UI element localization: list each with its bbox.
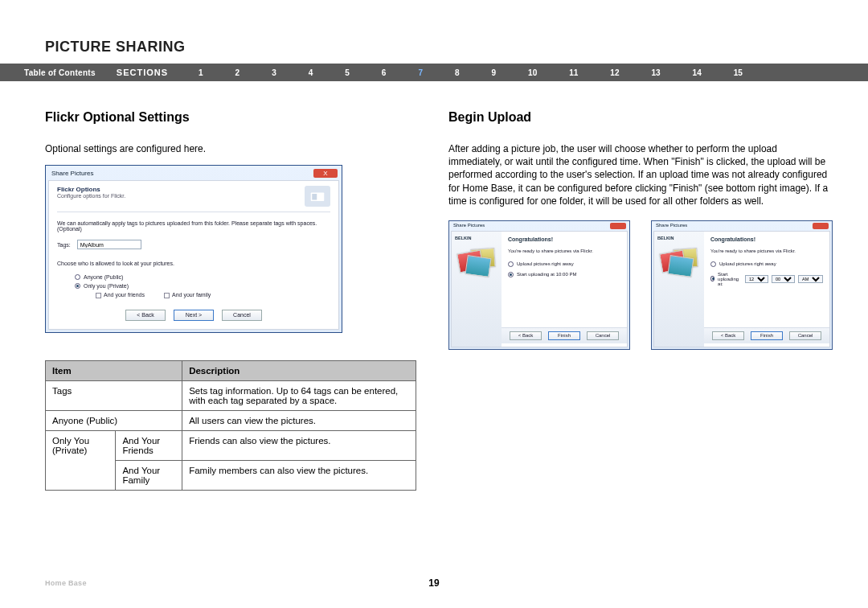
begin-upload-body: After adding a picture job, the user wil…: [448, 142, 833, 207]
toc-link[interactable]: Table of Contents: [24, 68, 96, 77]
radio-upload-now-label: Upload pictures right away: [719, 261, 776, 266]
section-link-13[interactable]: 13: [651, 68, 660, 77]
cell-desc: Friends can also view the pictures.: [182, 430, 416, 460]
radio-upload-time[interactable]: [710, 276, 714, 281]
cell-sub: And Your Friends: [116, 430, 182, 460]
cell-item: Tags: [46, 380, 182, 410]
hour-select[interactable]: 12: [745, 275, 768, 283]
svg-rect-1: [312, 194, 317, 200]
congrats-msg: You're ready to share pictures via Flick…: [710, 249, 823, 253]
radio-anyone-label: Anyone (Public): [84, 274, 123, 280]
section-link-10[interactable]: 10: [528, 68, 537, 77]
cell-desc: Sets tag information. Up to 64 tags can …: [182, 380, 416, 410]
section-link-15[interactable]: 15: [734, 68, 743, 77]
tags-label: Tags:: [57, 242, 71, 248]
flickr-options-sub: Configure options for Flickr.: [57, 193, 125, 199]
section-link-14[interactable]: 14: [693, 68, 702, 77]
section-link-6[interactable]: 6: [382, 68, 387, 77]
congrats-title: Congratulations!: [710, 236, 823, 242]
cell-item: Anyone (Public): [46, 410, 182, 430]
radio-upload-time[interactable]: [508, 272, 514, 277]
radio-anyone[interactable]: [75, 274, 80, 280]
section-link-5[interactable]: 5: [345, 68, 350, 77]
sections-label: SECTIONS: [117, 68, 168, 77]
cancel-button[interactable]: Cancel: [587, 331, 619, 340]
section-link-4[interactable]: 4: [309, 68, 313, 77]
radio-upload-now[interactable]: [508, 261, 514, 267]
begin-upload-heading: Begin Upload: [448, 110, 833, 125]
brand-label: BELKIN: [455, 236, 471, 240]
page-number: 19: [428, 577, 439, 589]
ampm-select[interactable]: AM: [798, 275, 823, 283]
section-link-8[interactable]: 8: [455, 68, 460, 77]
flickr-options-title: Flickr Options: [57, 186, 125, 193]
dialog-title: Share Pictures: [453, 223, 485, 229]
tags-input[interactable]: [77, 240, 141, 249]
pictures-icon: [305, 186, 330, 207]
radio-onlyyou-label: Only you (Private): [84, 283, 129, 289]
brand-label: BELKIN: [657, 236, 674, 240]
radio-upload-now-label: Upload pictures right away: [517, 261, 574, 266]
left-column: Flickr Optional Settings Optional settin…: [45, 110, 416, 491]
next-button[interactable]: Next >: [174, 310, 214, 321]
close-icon[interactable]: [610, 223, 626, 229]
settings-table: Item Description Tags Sets tag informati…: [45, 360, 416, 491]
congrats-title: Congratulations!: [508, 236, 620, 242]
back-button[interactable]: < Back: [510, 331, 542, 340]
page-title: PICTURE SHARING: [0, 0, 868, 64]
tags-help-text: We can automatically apply tags to pictu…: [57, 220, 330, 232]
cell-desc: All users can view the pictures.: [182, 410, 416, 430]
table-row: Tags Sets tag information. Up to 64 tags…: [46, 380, 416, 410]
section-link-2[interactable]: 2: [235, 68, 240, 77]
checkbox-friends-label: And your friends: [104, 292, 145, 298]
th-item: Item: [46, 360, 182, 380]
dialog-title: Share Pictures: [656, 223, 687, 229]
product-name: Home Base: [45, 579, 87, 587]
close-icon[interactable]: X: [313, 169, 338, 178]
section-link-9[interactable]: 9: [492, 68, 497, 77]
checkbox-family[interactable]: [164, 293, 170, 298]
section-link-7[interactable]: 7: [418, 68, 423, 77]
section-link-3[interactable]: 3: [272, 68, 276, 77]
picture-stack-icon: [659, 245, 698, 281]
congrats-msg: You're ready to share pictures via Flick…: [508, 249, 620, 253]
cell-desc: Family members can also view the picture…: [182, 460, 416, 490]
section-link-12[interactable]: 12: [610, 68, 619, 77]
finish-button[interactable]: Finish: [548, 331, 580, 340]
section-link-1[interactable]: 1: [199, 68, 203, 77]
table-row: Anyone (Public) All users can view the p…: [46, 410, 416, 430]
privacy-help-text: Choose who is allowed to look at your pi…: [57, 261, 330, 266]
cell-item: Only You (Private): [46, 430, 116, 490]
congrats-dialog-1: Share Pictures BELKIN Congratulations! Y…: [448, 220, 630, 350]
right-column: Begin Upload After adding a picture job,…: [448, 110, 833, 491]
back-button[interactable]: < Back: [125, 310, 166, 321]
table-row: Only You (Private) And Your Friends Frie…: [46, 430, 416, 460]
checkbox-friends[interactable]: [96, 293, 101, 298]
cancel-button[interactable]: Cancel: [222, 310, 262, 321]
radio-onlyyou[interactable]: [75, 283, 80, 289]
section-link-11[interactable]: 11: [569, 68, 578, 77]
cell-sub: And Your Family: [116, 460, 182, 490]
cancel-button[interactable]: Cancel: [789, 331, 821, 340]
dialog-title: Share Pictures: [51, 170, 93, 177]
minute-select[interactable]: 00: [772, 275, 795, 283]
radio-upload-time-label: Start uploading at:: [718, 272, 742, 286]
radio-upload-now[interactable]: [710, 261, 716, 267]
close-icon[interactable]: [813, 223, 829, 229]
flickr-lead: Optional settings are configured here.: [45, 142, 416, 155]
th-desc: Description: [182, 360, 416, 380]
radio-upload-time-label: Start uploading at 10:00 PM: [517, 272, 576, 277]
congrats-dialog-2: Share Pictures BELKIN Congratulations! Y…: [651, 220, 833, 350]
picture-stack-icon: [457, 245, 495, 281]
section-navbar: Table of Contents SECTIONS 1 2 3 4 5 6 7…: [0, 64, 868, 81]
flickr-heading: Flickr Optional Settings: [45, 110, 416, 125]
checkbox-family-label: And your family: [172, 292, 211, 298]
finish-button[interactable]: Finish: [751, 331, 783, 340]
back-button[interactable]: < Back: [712, 331, 744, 340]
flickr-options-dialog: Share Pictures X Flickr Options Configur…: [45, 165, 342, 333]
page-footer: Home Base 19: [45, 579, 823, 587]
